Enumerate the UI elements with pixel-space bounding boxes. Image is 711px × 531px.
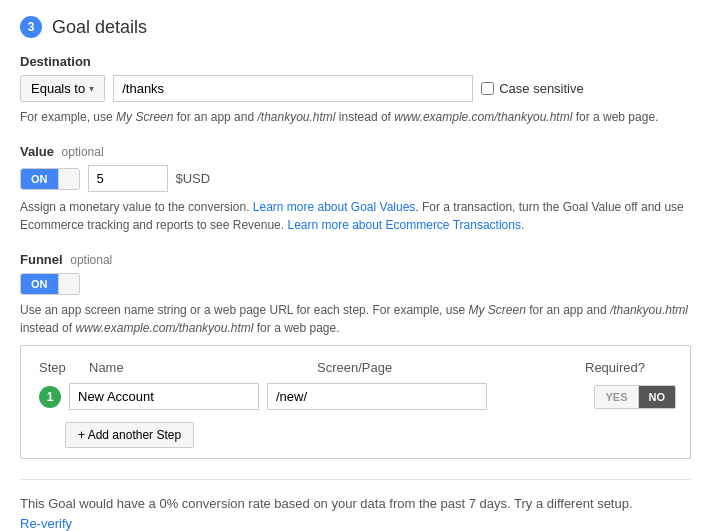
destination-label: Destination	[20, 54, 91, 69]
section-title: Goal details	[52, 17, 147, 38]
value-toggle[interactable]: ON	[20, 168, 80, 190]
funnel-toggle-off[interactable]	[58, 274, 79, 294]
goal-values-link[interactable]: Learn more about Goal Values	[253, 200, 416, 214]
destination-hint: For example, use My Screen for an app an…	[20, 108, 691, 126]
case-sensitive-checkbox[interactable]	[481, 82, 494, 95]
value-amount-input[interactable]	[88, 165, 168, 192]
hint-end: for a web page.	[572, 110, 658, 124]
value-toggle-on[interactable]: ON	[21, 169, 58, 189]
hint-prefix: For example, use	[20, 110, 116, 124]
conversion-rate-notice: This Goal would have a 0% conversion rat…	[20, 494, 691, 514]
equals-to-label: Equals to	[31, 81, 85, 96]
funnel-step-name-input[interactable]	[69, 383, 259, 410]
funnel-hint-thankyou: /thankyou.html	[610, 303, 688, 317]
funnel-toggle-row: ON	[20, 273, 691, 295]
funnel-hint-prefix: Use an app screen name string or a web p…	[20, 303, 468, 317]
required-no-btn[interactable]: NO	[638, 386, 676, 408]
step-number: 3	[28, 20, 35, 34]
funnel-hint-end: instead of	[20, 321, 75, 335]
bottom-notice: This Goal would have a 0% conversion rat…	[20, 479, 691, 531]
col-screen-header: Screen/Page	[317, 360, 537, 375]
col-step-header: Step	[39, 360, 89, 375]
value-hint3: .	[521, 218, 524, 232]
hint-thankyou: /thankyou.html	[257, 110, 335, 124]
funnel-step-screen-input[interactable]	[267, 383, 487, 410]
section-header: 3 Goal details	[20, 16, 691, 38]
required-yes-btn[interactable]: YES	[595, 386, 637, 408]
funnel-toggle-on[interactable]: ON	[21, 274, 58, 294]
destination-group: Destination Equals to ▾ Case sensitive F…	[20, 54, 691, 126]
funnel-hint-example: www.example.com/thankyou.html	[75, 321, 253, 335]
currency-label: $USD	[176, 171, 211, 186]
funnel-hint-mid: for an app and	[526, 303, 610, 317]
hint-my-screen: My Screen	[116, 110, 173, 124]
required-toggle[interactable]: YES NO	[594, 385, 676, 409]
table-row: 1 YES NO	[35, 383, 676, 410]
funnel-hint-my-screen: My Screen	[468, 303, 525, 317]
funnel-toggle[interactable]: ON	[20, 273, 80, 295]
value-toggle-row: ON $USD	[20, 165, 691, 192]
step-circle: 3	[20, 16, 42, 38]
value-hint: Assign a monetary value to the conversio…	[20, 198, 691, 234]
value-label: Value	[20, 144, 54, 159]
step-number-circle: 1	[39, 386, 61, 408]
value-toggle-off[interactable]	[58, 169, 79, 189]
hint-mid2: instead of	[336, 110, 395, 124]
value-group: Value optional ON $USD Assign a monetary…	[20, 144, 691, 234]
reverify-link[interactable]: Re-verify	[20, 516, 72, 531]
value-optional: optional	[62, 145, 104, 159]
chevron-down-icon: ▾	[89, 83, 94, 94]
destination-row: Equals to ▾ Case sensitive	[20, 75, 691, 102]
col-name-header: Name	[89, 360, 309, 375]
case-sensitive-wrap: Case sensitive	[481, 81, 584, 96]
funnel-header-row: Step Name Screen/Page Required?	[35, 360, 676, 375]
case-sensitive-label: Case sensitive	[499, 81, 584, 96]
ecommerce-link[interactable]: Learn more about Ecommerce Transactions	[287, 218, 520, 232]
destination-url-input[interactable]	[113, 75, 473, 102]
funnel-label: Funnel	[20, 252, 63, 267]
funnel-optional: optional	[70, 253, 112, 267]
hint-mid1: for an app and	[173, 110, 257, 124]
equals-to-button[interactable]: Equals to ▾	[20, 75, 105, 102]
funnel-hint: Use an app screen name string or a web p…	[20, 301, 691, 337]
funnel-group: Funnel optional ON Use an app screen nam…	[20, 252, 691, 459]
step-num-label: 1	[47, 390, 54, 404]
add-step-button[interactable]: + Add another Step	[65, 422, 194, 448]
value-hint1: Assign a monetary value to the conversio…	[20, 200, 253, 214]
col-required-header: Required?	[545, 360, 645, 375]
funnel-table: Step Name Screen/Page Required? 1 YES NO…	[20, 345, 691, 459]
hint-example: www.example.com/thankyou.html	[394, 110, 572, 124]
funnel-hint-end2: for a web page.	[253, 321, 339, 335]
